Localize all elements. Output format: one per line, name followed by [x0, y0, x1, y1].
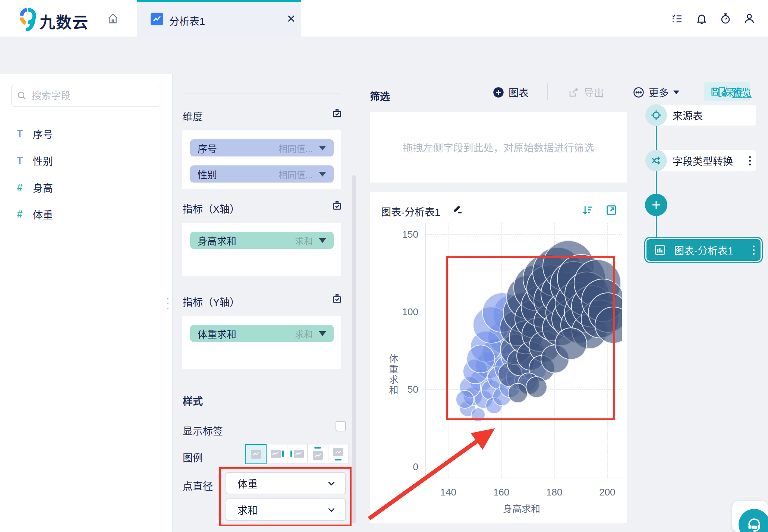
- config-panel: 维度 序号 相同值... 性别 相同值... 指标（X轴） 身高求和 求和: [173, 73, 358, 532]
- flow-connector: [656, 215, 657, 240]
- node-transform[interactable]: [645, 150, 667, 171]
- panel-resize-handle[interactable]: [167, 298, 169, 309]
- close-icon[interactable]: [286, 14, 296, 25]
- legend-options: [245, 444, 349, 464]
- logo-text[interactable]: 九数云: [40, 10, 89, 32]
- kebab-menu-icon[interactable]: [749, 156, 751, 165]
- field-label: 身高: [33, 180, 53, 195]
- timer-icon[interactable]: [720, 13, 731, 26]
- clear-metric-y-icon[interactable]: [331, 293, 343, 306]
- metric-x-card: 身高求和 求和: [182, 223, 341, 276]
- point-diameter-title: 点直径: [183, 478, 213, 493]
- field-item-xuhao[interactable]: T 序号: [15, 126, 157, 142]
- pill-label: 身高求和: [198, 234, 236, 247]
- logo-icon[interactable]: [19, 7, 37, 33]
- chevron-down-icon[interactable]: [319, 331, 326, 336]
- field-label: 性别: [33, 153, 53, 168]
- flow-connector: [656, 126, 657, 151]
- dimension-pill-xuhao[interactable]: 序号 相同值...: [190, 139, 334, 156]
- show-label-checkbox[interactable]: [336, 421, 346, 431]
- metric-y-title: 指标（Y轴）: [183, 294, 240, 309]
- pill-aggregation: 求和: [295, 327, 313, 340]
- metric-x-pill[interactable]: 身高求和 求和: [190, 232, 334, 249]
- filter-dropzone[interactable]: 拖拽左侧字段到此处，对原始数据进行筛选: [370, 112, 627, 183]
- filter-placeholder: 拖拽左侧字段到此处，对原始数据进行筛选: [403, 140, 594, 155]
- field-item-shengao[interactable]: # 身高: [15, 179, 157, 196]
- add-chart-label: 图表: [509, 85, 529, 99]
- node-label: 来源表: [673, 108, 703, 123]
- node-source[interactable]: [645, 104, 667, 126]
- top-bar: 九数云 分析表1: [0, 0, 768, 37]
- mini-chart-icon: [251, 450, 261, 459]
- sort-icon[interactable]: [582, 204, 594, 218]
- more-button[interactable]: 更多: [633, 85, 679, 99]
- chevron-down-icon[interactable]: [319, 238, 326, 243]
- dimension-pill-xingbie[interactable]: 性别 相同值...: [190, 165, 334, 183]
- pill-aggregation: 相同值...: [278, 168, 313, 181]
- chevron-down-icon[interactable]: [319, 146, 326, 151]
- field-item-tizhong[interactable]: # 体重: [15, 206, 157, 222]
- legend-option-top[interactable]: [308, 444, 328, 463]
- pill-label: 性别: [198, 167, 217, 181]
- add-chart-button[interactable]: 图表: [493, 85, 529, 99]
- edit-icon[interactable]: [452, 203, 463, 216]
- legend-option-right[interactable]: [267, 444, 287, 463]
- field-item-xingbie[interactable]: T 性别: [15, 152, 157, 169]
- more-label: 更多: [649, 85, 669, 99]
- tab-analysis[interactable]: 分析表1: [137, 0, 301, 37]
- legend-option-none[interactable]: [245, 444, 267, 464]
- home-icon[interactable]: [107, 12, 119, 26]
- pill-label: 序号: [198, 141, 217, 155]
- mini-chart-icon: [313, 451, 323, 460]
- preview-icon: [717, 86, 728, 98]
- node-chart-selected[interactable]: 图表-分析表1: [646, 239, 761, 261]
- export-button[interactable]: 导出: [568, 85, 604, 99]
- number-field-icon: #: [15, 209, 25, 220]
- node-label: 图表-分析表1: [674, 243, 733, 257]
- node-transform-label[interactable]: 字段类型转换: [657, 150, 756, 171]
- task-list-icon[interactable]: [671, 13, 683, 26]
- search-icon: [17, 91, 27, 101]
- field-label: 体重: [33, 207, 53, 222]
- mini-chart-icon: [294, 450, 304, 458]
- divider: [173, 530, 630, 530]
- metric-x-title: 指标（X轴）: [183, 201, 240, 216]
- export-icon: [568, 87, 579, 98]
- number-field-icon: #: [15, 182, 25, 193]
- legend-position-bar: [290, 450, 292, 457]
- clear-dimensions-icon[interactable]: [331, 107, 343, 121]
- filter-title: 筛选: [370, 89, 390, 103]
- metric-y-pill[interactable]: 体重求和 求和: [190, 325, 334, 342]
- config-scrollbar[interactable]: [352, 175, 356, 523]
- preview-link[interactable]: 预览: [717, 85, 752, 99]
- add-step-button[interactable]: [645, 194, 667, 216]
- source-table-icon: [650, 109, 662, 121]
- legend-option-left[interactable]: [287, 444, 308, 463]
- preview-label: 预览: [732, 85, 752, 99]
- metric-y-card: 体重求和 求和: [182, 316, 341, 369]
- export-label: 导出: [584, 85, 604, 99]
- tab-title: 分析表1: [169, 13, 205, 28]
- chevron-down-icon: [673, 91, 679, 94]
- toolbar: 图表 导出 更多 保存: [0, 37, 768, 73]
- legend-title: 图例: [183, 450, 203, 465]
- toolbar-divider: [547, 83, 548, 100]
- dimensions-title: 维度: [183, 109, 203, 123]
- legend-option-bottom[interactable]: [328, 444, 349, 463]
- clear-metric-x-icon[interactable]: [331, 200, 343, 213]
- node-source-label[interactable]: 来源表: [657, 105, 756, 126]
- user-icon[interactable]: [743, 13, 755, 26]
- chevron-down-icon[interactable]: [319, 172, 326, 177]
- plus-circle-icon: [493, 87, 504, 98]
- kebab-menu-icon[interactable]: [753, 246, 755, 255]
- field-label: 序号: [33, 127, 53, 141]
- style-title: 样式: [183, 393, 203, 408]
- expand-icon[interactable]: [605, 204, 617, 218]
- legend-position-bar: [335, 459, 341, 460]
- field-search-box[interactable]: [11, 85, 160, 107]
- pill-label: 体重求和: [198, 327, 236, 341]
- bell-icon[interactable]: [696, 13, 708, 26]
- ellipsis-circle-icon: [633, 87, 644, 98]
- search-input[interactable]: [31, 90, 144, 102]
- annotation-rectangle-dropdowns: [219, 467, 352, 526]
